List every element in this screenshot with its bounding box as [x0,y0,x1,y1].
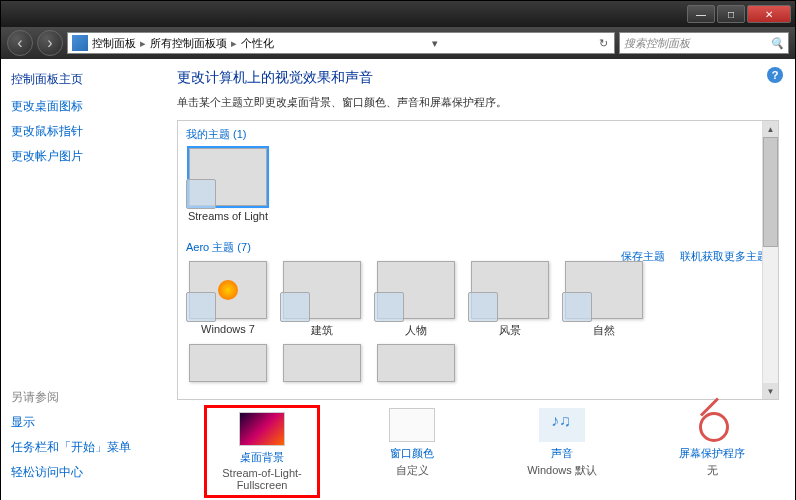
theme-thumbnail [189,344,267,382]
glass-preview-icon [186,179,216,209]
theme-thumbnail [189,148,267,206]
glass-preview-icon [468,292,498,322]
close-button[interactable]: ✕ [747,5,791,23]
window-color-button[interactable]: 窗口颜色 自定义 [357,408,467,495]
sidebar-link-desktop-icons[interactable]: 更改桌面图标 [11,98,151,115]
themes-groupbox: 我的主题 (1) Streams of Light 保存主题 联机获取更多主题 … [177,120,779,400]
theme-partial[interactable] [186,344,270,386]
theme-label: 自然 [593,323,615,338]
theme-thumbnail [189,261,267,319]
theme-characters[interactable]: 人物 [374,261,458,338]
window-color-icon [389,408,435,442]
settings-bar: 桌面背景 Stream-of-Light-Fullscreen 窗口颜色 自定义… [177,400,779,495]
setting-label: 声音 [551,446,573,461]
my-themes-heading: 我的主题 (1) [186,127,770,142]
setting-value: 无 [707,463,718,478]
breadcrumb-item[interactable]: 所有控制面板项 [150,36,227,51]
see-also-heading: 另请参阅 [11,389,151,406]
glass-preview-icon [280,292,310,322]
breadcrumb-item[interactable]: 控制面板 [92,36,136,51]
navbar: ‹ › 控制面板 ▸ 所有控制面板项 ▸ 个性化 ▾ ↻ 搜索控制面板 🔍 [1,27,795,59]
sidebar-link-account-picture[interactable]: 更改帐户图片 [11,148,151,165]
theme-label: 建筑 [311,323,333,338]
sound-icon [539,408,585,442]
theme-thumbnail [471,261,549,319]
chevron-right-icon: ▸ [231,37,237,50]
scroll-up-button[interactable]: ▲ [763,121,778,137]
main-content: ? 更改计算机上的视觉效果和声音 单击某个主题立即更改桌面背景、窗口颜色、声音和… [161,59,795,500]
sidebar-link-display[interactable]: 显示 [11,414,151,431]
screensaver-button[interactable]: 屏幕保护程序 无 [657,408,767,495]
help-icon[interactable]: ? [767,67,783,83]
page-title: 更改计算机上的视觉效果和声音 [177,69,779,87]
chevron-right-icon: ▸ [140,37,146,50]
setting-value: Stream-of-Light-Fullscreen [211,467,313,491]
theme-streams-of-light[interactable]: Streams of Light [186,148,270,222]
screensaver-icon [689,408,735,442]
theme-windows7[interactable]: Windows 7 [186,261,270,338]
theme-label: Windows 7 [201,323,255,335]
setting-label: 屏幕保护程序 [679,446,745,461]
theme-label: Streams of Light [188,210,268,222]
sidebar: 控制面板主页 更改桌面图标 更改鼠标指针 更改帐户图片 另请参阅 显示 任务栏和… [1,59,161,500]
breadcrumb[interactable]: 控制面板 ▸ 所有控制面板项 ▸ 个性化 ▾ ↻ [67,32,615,54]
theme-label: 人物 [405,323,427,338]
glass-preview-icon [562,292,592,322]
search-icon: 🔍 [770,37,784,50]
setting-label: 桌面背景 [240,450,284,465]
theme-thumbnail [283,261,361,319]
theme-architecture[interactable]: 建筑 [280,261,364,338]
theme-thumbnail [377,344,455,382]
theme-partial[interactable] [280,344,364,386]
sidebar-link-mouse-pointer[interactable]: 更改鼠标指针 [11,123,151,140]
personalization-window: — □ ✕ ‹ › 控制面板 ▸ 所有控制面板项 ▸ 个性化 ▾ ↻ 搜索控制面… [0,0,796,500]
sidebar-link-ease-of-access[interactable]: 轻松访问中心 [11,464,151,481]
theme-thumbnail [283,344,361,382]
back-button[interactable]: ‹ [7,30,33,56]
theme-landscapes[interactable]: 风景 [468,261,552,338]
theme-partial[interactable] [374,344,458,386]
setting-value: 自定义 [396,463,429,478]
glass-preview-icon [374,292,404,322]
scroll-down-button[interactable]: ▼ [763,383,778,399]
maximize-button[interactable]: □ [717,5,745,23]
control-panel-icon [72,35,88,51]
titlebar: — □ ✕ [1,1,795,27]
breadcrumb-item[interactable]: 个性化 [241,36,274,51]
theme-thumbnail [565,261,643,319]
window-body: 控制面板主页 更改桌面图标 更改鼠标指针 更改帐户图片 另请参阅 显示 任务栏和… [1,59,795,500]
refresh-icon[interactable]: ↻ [596,33,610,53]
setting-label: 窗口颜色 [390,446,434,461]
theme-label: 风景 [499,323,521,338]
setting-value: Windows 默认 [527,463,597,478]
sidebar-link-taskbar[interactable]: 任务栏和「开始」菜单 [11,439,151,456]
search-placeholder: 搜索控制面板 [624,36,690,51]
breadcrumb-dropdown[interactable]: ▾ [428,33,442,53]
sidebar-heading[interactable]: 控制面板主页 [11,71,151,88]
search-input[interactable]: 搜索控制面板 🔍 [619,32,789,54]
page-subtitle: 单击某个主题立即更改桌面背景、窗口颜色、声音和屏幕保护程序。 [177,95,779,110]
desktop-background-button[interactable]: 桌面背景 Stream-of-Light-Fullscreen [207,408,317,495]
theme-nature[interactable]: 自然 [562,261,646,338]
get-more-themes-link[interactable]: 联机获取更多主题 [680,250,768,262]
theme-thumbnail [377,261,455,319]
scroll-thumb[interactable] [763,137,778,247]
scrollbar[interactable]: ▲ ▼ [762,121,778,399]
sounds-button[interactable]: 声音 Windows 默认 [507,408,617,495]
forward-button[interactable]: › [37,30,63,56]
desktop-background-icon [239,412,285,446]
glass-preview-icon [186,292,216,322]
minimize-button[interactable]: — [687,5,715,23]
